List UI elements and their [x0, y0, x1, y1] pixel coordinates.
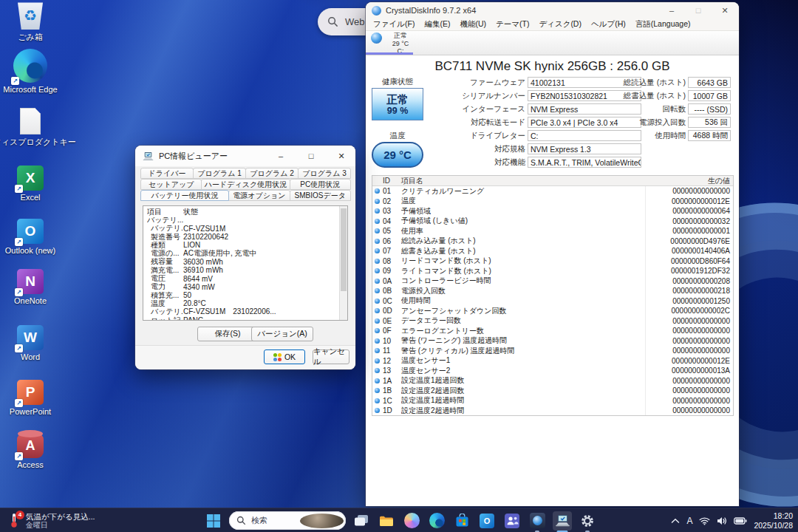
desktop-icon-outlook[interactable]: O↗ Outlook (new): [0, 219, 61, 255]
tab-battery-usage[interactable]: バッテリー使用状況: [140, 190, 229, 201]
crystaldiskinfo-taskbar-button[interactable]: [528, 511, 547, 531]
file-explorer-button[interactable]: [377, 511, 396, 531]
smart-row[interactable]: 0C使用時間00000000001250: [372, 296, 733, 307]
smart-row[interactable]: 1B設定温度2超過回数00000000000000: [372, 386, 733, 396]
smart-row[interactable]: 03予備領域00000000000064: [372, 206, 733, 216]
tab-power-options[interactable]: 電源オプション: [228, 190, 290, 201]
taskbar-clock[interactable]: 18:20 2025/10/28: [754, 511, 793, 530]
tab-smbios-data[interactable]: SMBIOSデータ: [290, 190, 351, 201]
cancel-button[interactable]: キャンセル: [313, 349, 349, 364]
scrollbar[interactable]: [339, 206, 347, 320]
health-label: 健康状態: [372, 77, 423, 87]
desktop-icon-edge[interactable]: ↗ Microsoft Edge: [0, 49, 61, 94]
start-button[interactable]: [204, 511, 223, 531]
menu-function[interactable]: 機能(U): [460, 19, 486, 30]
disk-tab[interactable]: 正常 29 °C C:: [383, 32, 418, 55]
smart-row[interactable]: 1D設定温度2超過時間00000000000000: [372, 406, 733, 416]
field-row: 対応転送モードPCIe 3.0 x4 | PCIe 3.0 x4: [431, 117, 641, 128]
version-button[interactable]: バージョン(A): [251, 327, 313, 341]
save-button[interactable]: 保存(S): [197, 327, 258, 341]
ok-button[interactable]: OK: [264, 349, 305, 364]
status-dot-icon: [375, 308, 380, 313]
status-dot-icon: [375, 328, 380, 333]
smart-row[interactable]: 08リードコマンド数 (ホスト)0000000D860F64: [372, 256, 733, 267]
close-button[interactable]: ✕: [714, 6, 736, 16]
battery-button[interactable]: [734, 517, 747, 525]
desktop-icon-office-product-key[interactable]: オフィスプロダクトキー: [0, 108, 61, 148]
smart-row[interactable]: 01クリティカルワーニング00000000000000: [372, 186, 733, 197]
close-button[interactable]: ✕: [329, 147, 354, 165]
smart-row[interactable]: 06総読み込み量 (ホスト)00000000D4976E: [372, 236, 733, 247]
smart-row[interactable]: 05使用率00000000000001: [372, 226, 733, 236]
outlook-button[interactable]: O: [477, 511, 497, 531]
smart-row[interactable]: 1C設定温度1超過時間00000000000000: [372, 396, 733, 406]
selected-disk-underline: [366, 52, 413, 55]
tab-setup[interactable]: セットアップ: [140, 179, 202, 190]
desktop-icon-excel[interactable]: X↗ Excel: [0, 166, 61, 202]
smart-row[interactable]: 09ライトコマンド数 (ホスト)0000001912DF32: [372, 266, 733, 276]
tab-hdd-usage[interactable]: ハードディスク使用状況: [201, 179, 290, 190]
tab-program2[interactable]: プログラム 2: [245, 168, 299, 179]
recycle-bin-icon: ♻: [18, 1, 43, 30]
teams-icon: [505, 514, 519, 528]
field-value: 6643 GB: [688, 77, 731, 88]
desktop-icon-onenote[interactable]: N↗ OneNote: [0, 269, 61, 305]
edge-button[interactable]: [427, 511, 446, 531]
edge-icon: ↗: [13, 49, 47, 83]
pcv-titlebar[interactable]: PC情報ビューアー – □ ✕: [135, 146, 355, 166]
maximize-button[interactable]: □: [299, 147, 324, 165]
menu-file[interactable]: ファイル(F): [373, 19, 415, 30]
smart-row[interactable]: 10警告 (ワーニング) 温度超過時間00000000000000: [372, 336, 733, 347]
field-row: インターフェースNVM Express: [431, 103, 641, 115]
tab-program1[interactable]: プログラム 1: [193, 168, 246, 179]
smart-row[interactable]: 1A設定温度1超過回数00000000000000: [372, 376, 733, 386]
minimize-button[interactable]: –: [661, 6, 683, 15]
menu-help[interactable]: ヘルプ(H): [591, 19, 626, 30]
menu-disk[interactable]: ディスク(D): [539, 19, 582, 30]
pc-info-viewer-taskbar-button[interactable]: [553, 511, 572, 531]
smart-row[interactable]: 04予備領域 (しきい値)00000000000032: [372, 216, 733, 227]
desktop-icon-recycle-bin[interactable]: ♻ ごみ箱: [0, 1, 61, 43]
tab-driver[interactable]: ドライバー: [140, 168, 194, 179]
search-highlight-image[interactable]: [300, 514, 344, 528]
smart-row[interactable]: 13温度センサー20000000000013A: [372, 366, 733, 376]
teams-button[interactable]: [502, 511, 522, 531]
tab-pc-usage[interactable]: PC使用状況: [290, 179, 351, 190]
desktop-icon-powerpoint[interactable]: P↗ PowerPoint: [0, 380, 61, 416]
widgets-button[interactable]: 4 気温が下がる見込... 金曜日: [3, 508, 101, 532]
pcv-title: PC情報ビューアー: [159, 151, 263, 162]
ime-indicator[interactable]: A: [686, 516, 692, 526]
field-value: 4688 時間: [688, 130, 731, 141]
desktop-icon-word[interactable]: W↗ Word: [0, 325, 61, 361]
smart-row[interactable]: 0Eデータエラー回数00000000000000: [372, 316, 733, 327]
smart-row[interactable]: 07総書き込み量 (ホスト)0000000140406A: [372, 246, 733, 256]
smart-row[interactable]: 11警告 (クリティカル) 温度超過時間00000000000000: [372, 346, 733, 356]
menu-theme[interactable]: テーマ(T): [496, 19, 529, 30]
copilot-button[interactable]: [402, 511, 421, 531]
field-row: ドライブレターC:: [431, 130, 641, 141]
smart-row[interactable]: 12温度センサー10000000000012E: [372, 356, 733, 366]
smart-row[interactable]: 0Fエラーログエントリー数00000000000000: [372, 326, 733, 336]
maximize-button[interactable]: □: [687, 6, 709, 15]
status-dot-icon: [375, 348, 380, 353]
smart-row[interactable]: 02温度0000000000012E: [372, 197, 733, 207]
tab-program3[interactable]: プログラム 3: [298, 168, 351, 179]
smart-row[interactable]: 0Aコントローラービジー時間00000000000208: [372, 276, 733, 287]
battery-status-list[interactable]: 項目 状態 バッテリ... バッテリ...CF-VZSU1M 製造番号23102…: [143, 205, 348, 321]
task-view-button[interactable]: [352, 511, 371, 531]
smart-row[interactable]: 0Dアンセーフシャットダウン回数0000000000002C: [372, 306, 733, 316]
minimize-button[interactable]: –: [268, 147, 293, 165]
desktop-icon-access[interactable]: A↗ Access: [0, 433, 61, 469]
cdi-titlebar[interactable]: CrystalDiskInfo 9.7.2 x64 – □ ✕: [366, 2, 739, 18]
wifi-button[interactable]: [699, 516, 710, 525]
menu-language[interactable]: 言語(Language): [635, 19, 691, 30]
hidden-icons-chevron[interactable]: [671, 518, 680, 524]
menu-edit[interactable]: 編集(E): [424, 19, 450, 30]
volume-button[interactable]: [717, 516, 727, 525]
store-button[interactable]: [452, 511, 471, 531]
smart-row[interactable]: 0B電源投入回数00000000000218: [372, 286, 733, 296]
cdi-title: CrystalDiskInfo 9.7.2 x64: [386, 6, 656, 15]
scrollbar-thumb[interactable]: [341, 208, 347, 291]
settings-taskbar-button[interactable]: [578, 511, 597, 531]
taskbar-search-box[interactable]: 検索: [229, 511, 346, 530]
